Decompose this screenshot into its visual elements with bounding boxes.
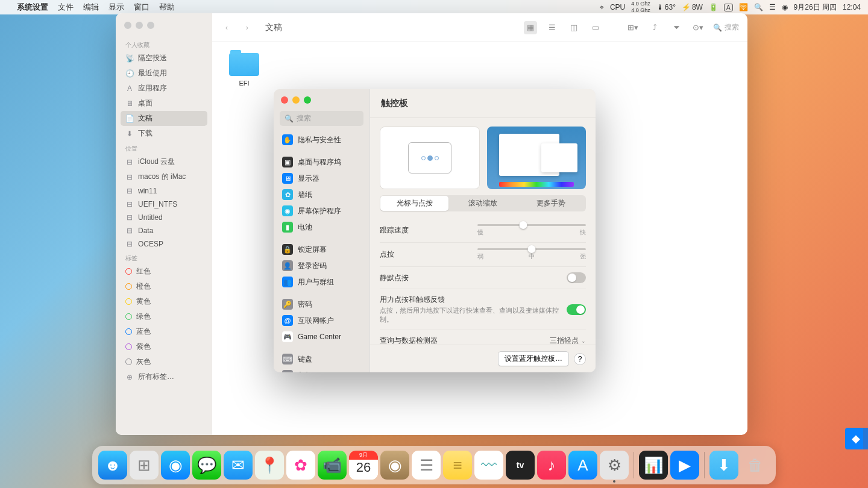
dock-playcover[interactable]: ▶ [670,451,699,480]
menubar-date[interactable]: 9月26日 周四 [794,2,837,13]
cursor-icon[interactable]: ⌖ [600,3,604,11]
input-source[interactable]: A [724,4,733,11]
settings-nav-登录密码[interactable]: 👤登录密码 [278,258,365,274]
battery-icon[interactable]: 🔋 [709,3,718,11]
forward-button[interactable]: › [241,23,253,32]
finder-search[interactable]: 🔍 搜索 [713,22,739,33]
group-button[interactable]: ⊞▾ [626,21,640,34]
close-icon[interactable] [124,22,131,29]
dock-maps[interactable]: 📍 [255,451,284,480]
dock-downloads[interactable]: ⬇ [709,451,738,480]
dock-trash[interactable]: 🗑 [741,451,770,480]
sidebar-tag-橙色[interactable]: 橙色 [121,279,207,294]
menu-file[interactable]: 文件 [58,2,74,13]
settings-nav-隐私与安全性[interactable]: ✋隐私与安全性 [278,132,365,148]
minimize-icon[interactable] [292,96,300,104]
sidebar-tag-蓝色[interactable]: 蓝色 [121,324,207,339]
menu-view[interactable]: 显示 [108,2,124,13]
sidebar-location-iCloud 云盘[interactable]: ⊟iCloud 云盘 [121,154,207,169]
finder-traffic-lights[interactable] [121,18,207,37]
column-view-button[interactable]: ◫ [567,21,580,34]
click-slider[interactable] [477,248,586,250]
minimize-icon[interactable] [136,22,143,29]
sidebar-item-应用程序[interactable]: A应用程序 [121,81,207,96]
close-icon[interactable] [281,96,288,104]
sidebar-item-文稿[interactable]: 📄文稿 [121,111,207,126]
dock-appstore[interactable]: A [568,451,597,480]
back-button[interactable]: ‹ [221,23,233,32]
share-button[interactable]: ⤴ [648,21,661,34]
folder-efi[interactable]: EFI [223,53,265,87]
dock-messages[interactable]: 💬 [192,451,221,480]
dock-reminders[interactable]: ☰ [412,451,441,480]
settings-nav-用户与群组[interactable]: 👥用户与群组 [278,274,365,290]
settings-tabs[interactable]: 光标与点按 滚动缩放 更多手势 [380,195,586,211]
dock-calendar[interactable]: 9月26 [349,451,378,480]
settings-nav-键盘[interactable]: ⌨键盘 [278,351,365,367]
tag-button[interactable]: ⏷ [670,21,683,34]
tab-more-gestures[interactable]: 更多手势 [517,196,585,211]
dock-settings[interactable]: ⚙ [600,451,629,480]
sidebar-location-OCESP[interactable]: ⊟OCESP [121,237,207,251]
gallery-view-button[interactable]: ▭ [589,21,602,34]
wifi-icon[interactable]: 🛜 [739,3,748,11]
dock-photos[interactable]: ✿ [286,451,315,480]
floating-widget-grip[interactable] [863,428,868,449]
dock-tv[interactable]: tv [506,451,535,480]
menubar-time[interactable]: 12:04 [843,3,861,11]
dock-freeform[interactable]: 〰 [474,451,503,480]
menu-window[interactable]: 窗口 [134,2,149,13]
settings-nav-显示器[interactable]: 🖥显示器 [278,170,365,186]
tab-scroll-zoom[interactable]: 滚动缩放 [448,196,517,211]
dock-music[interactable]: ♪ [537,451,566,480]
control-center-icon[interactable]: ☰ [769,3,776,11]
bluetooth-trackpad-button[interactable]: 设置蓝牙触控板… [498,351,569,366]
settings-nav-锁定屏幕[interactable]: 🔒锁定屏幕 [278,242,365,257]
sidebar-location-win11[interactable]: ⊟win11 [121,184,207,198]
zoom-icon[interactable] [147,22,154,29]
sidebar-tag-灰色[interactable]: 灰色 [121,354,207,369]
sidebar-location-macos 的 iMac[interactable]: ⊟macos 的 iMac [121,169,207,184]
list-view-button[interactable]: ☰ [546,21,559,34]
dock-contacts[interactable]: ◉ [380,451,409,480]
dock-safari[interactable]: ◉ [161,451,190,480]
sidebar-location-Untitled[interactable]: ⊟Untitled [121,211,207,224]
force-click-switch[interactable] [567,304,586,315]
silent-click-switch[interactable] [567,272,586,283]
menu-edit[interactable]: 编辑 [83,2,99,13]
siri-icon[interactable]: ◉ [782,3,788,11]
sidebar-location-UEFI_NTFS[interactable]: ⊟UEFI_NTFS [121,198,207,211]
app-menu-name[interactable]: 系统设置 [17,2,48,13]
sidebar-tag-红色[interactable]: 红色 [121,264,207,279]
icon-view-button[interactable]: ▦ [524,21,537,34]
settings-nav-密码[interactable]: 🔑密码 [278,296,365,312]
tab-point-click[interactable]: 光标与点按 [380,196,448,211]
lookup-dropdown[interactable]: 三指轻点⌄ [550,336,586,345]
settings-traffic-lights[interactable] [274,89,370,108]
dock-notes[interactable]: ≡ [443,451,472,480]
sidebar-item-下载[interactable]: ⬇下载 [121,126,207,141]
sidebar-tag-黄色[interactable]: 黄色 [121,294,207,309]
tracking-speed-slider[interactable] [477,224,586,226]
dock-stats[interactable]: 📊 [639,451,668,480]
menu-help[interactable]: 帮助 [159,2,175,13]
settings-nav-Game Center[interactable]: 🎮Game Center [278,329,365,345]
settings-search[interactable]: 🔍 搜索 [280,111,363,126]
dock-facetime[interactable]: 📹 [318,451,347,480]
all-tags[interactable]: ⊕所有标签… [121,369,207,384]
sidebar-location-Data[interactable]: ⊟Data [121,224,207,237]
sidebar-tag-紫色[interactable]: 紫色 [121,339,207,354]
settings-nav-电池[interactable]: ▮电池 [278,219,365,235]
dock-finder[interactable]: ☻ [98,451,127,480]
sidebar-item-桌面[interactable]: 🖥桌面 [121,96,207,111]
spotlight-icon[interactable]: 🔍 [754,3,763,11]
sidebar-item-隔空投送[interactable]: 📡隔空投送 [121,51,207,66]
settings-nav-互联网帐户[interactable]: @互联网帐户 [278,313,365,328]
settings-nav-墙纸[interactable]: ✿墙纸 [278,187,365,202]
action-button[interactable]: ⊙▾ [691,21,705,34]
dock-launchpad[interactable]: ⊞ [130,451,159,480]
settings-nav-桌面与程序坞[interactable]: ▣桌面与程序坞 [278,154,365,170]
help-button[interactable]: ? [574,353,586,365]
settings-nav-鼠标[interactable]: 🖱鼠标 [278,368,365,372]
sidebar-tag-绿色[interactable]: 绿色 [121,309,207,324]
